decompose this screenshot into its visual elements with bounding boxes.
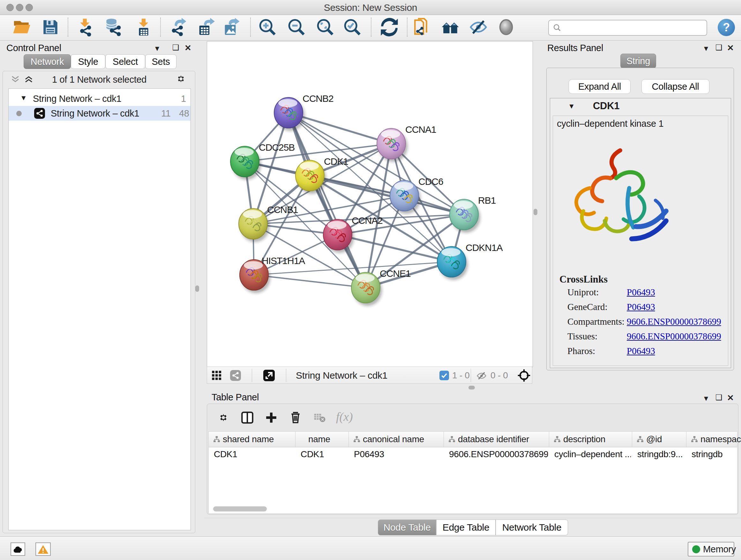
detach-view-icon[interactable]	[263, 370, 275, 381]
horizontal-scrollbar-thumb[interactable]	[213, 506, 267, 511]
expand-all-button[interactable]: Expand All	[569, 79, 630, 94]
tab-sets[interactable]: Sets	[145, 54, 177, 69]
network-node-CCNE1[interactable]: CCNE1	[351, 268, 411, 306]
toolbar-separator	[160, 17, 161, 37]
network-node-CCNB2[interactable]: CCNB2	[274, 93, 333, 131]
network-collection-row[interactable]: ▼ String Network – cdk1 1	[9, 91, 191, 106]
collapse-all-button[interactable]: Collapse All	[642, 79, 710, 94]
network-node-CCNB1[interactable]: CCNB1	[239, 204, 298, 242]
birdseye-crosshair-icon[interactable]	[517, 369, 531, 382]
crosslink-row: GeneCard:P06493	[553, 300, 729, 315]
import-network-from-file-icon[interactable]	[76, 18, 94, 37]
table-cell[interactable]: stringdb:9...	[637, 447, 685, 462]
table-panel-float-icon[interactable]: ❑	[716, 393, 722, 401]
hide-graphics-eye-icon[interactable]	[469, 18, 488, 37]
bottom-splitter-handle[interactable]	[468, 386, 475, 389]
crosslink-link[interactable]: P06493	[627, 346, 655, 356]
render-detail-icon[interactable]	[497, 18, 515, 37]
zoom-in-icon[interactable]	[258, 18, 277, 37]
control-panel-title: Control Panel	[6, 43, 61, 53]
tab-style[interactable]: Style	[71, 54, 105, 69]
tree-expand-icon[interactable]: ▼	[20, 91, 27, 105]
viewbar-separator	[252, 369, 252, 382]
help-icon[interactable]: ?	[718, 19, 735, 36]
table-cell[interactable]: 9606.ENSP00000378699	[449, 447, 548, 462]
string-network-graph[interactable]: CCNB2CCNA1CDC25BCDK1CDC6RB1CCNB1CCNA2CDK…	[207, 42, 533, 367]
crosslink-link[interactable]: P06493	[627, 302, 655, 312]
show-columns-icon[interactable]	[241, 411, 254, 424]
zoom-selected-icon[interactable]	[343, 18, 361, 37]
network-node-HIST1H1A[interactable]: HIST1H1A	[240, 255, 305, 293]
node-label: HIST1H1A	[262, 255, 305, 266]
left-splitter-handle[interactable]	[195, 286, 199, 292]
right-splitter-handle[interactable]	[534, 209, 537, 215]
results-panel-float-icon[interactable]: ❑	[716, 44, 722, 52]
protein-structure-image	[559, 139, 682, 262]
tab-select[interactable]: Select	[105, 54, 145, 69]
home-panels-icon[interactable]	[441, 18, 460, 37]
network-node-CDKN1A[interactable]: CDKN1A	[437, 242, 503, 280]
tab-edge-table[interactable]: Edge Table	[436, 519, 495, 536]
toolbar-separator	[371, 17, 372, 37]
node-label: CCNB2	[302, 93, 333, 104]
crosslink-link[interactable]: 9606.ENSP00000378699	[627, 331, 721, 341]
memory-button[interactable]: Memory	[688, 542, 734, 557]
table-panel-close-icon[interactable]: ✕	[727, 394, 734, 402]
results-panel-menu-icon[interactable]: ▾	[704, 44, 708, 52]
tab-network-table[interactable]: Network Table	[495, 519, 568, 536]
warnings-button[interactable]	[36, 543, 51, 556]
results-panel-close-icon[interactable]: ✕	[727, 44, 734, 52]
hidden-eye-icon[interactable]	[476, 371, 487, 381]
network-row-selected[interactable]: String Network – cdk1 11 48	[9, 106, 191, 121]
network-node-count: 11	[161, 106, 171, 121]
cloud-button[interactable]	[10, 543, 25, 556]
export-table-icon[interactable]	[196, 18, 215, 37]
node-label: CDKN1A	[466, 242, 503, 253]
selected-count-badge: 1 - 0	[452, 367, 470, 384]
save-session-icon[interactable]	[41, 18, 60, 37]
network-options-gear-icon[interactable]	[175, 73, 187, 84]
grid-view-icon[interactable]	[212, 370, 222, 381]
open-session-icon[interactable]	[12, 18, 31, 37]
node-label: CDK1	[324, 156, 348, 167]
memory-status-icon	[692, 545, 700, 553]
export-image-icon[interactable]	[222, 18, 240, 37]
delete-column-icon[interactable]	[289, 411, 301, 424]
gene-collapse-icon[interactable]: ▼	[568, 102, 575, 111]
import-network-from-database-icon[interactable]	[104, 18, 122, 37]
search-input[interactable]	[548, 20, 707, 36]
control-panel-float-icon[interactable]: ❑	[172, 44, 179, 52]
tab-node-table[interactable]: Node Table	[378, 519, 436, 536]
network-view-share-icon[interactable]	[230, 370, 241, 381]
crosslink-row: Uniprot:P06493	[553, 286, 729, 300]
zoom-out-icon[interactable]	[287, 18, 306, 37]
tab-network[interactable]: Network	[23, 54, 71, 69]
control-panel-menu-icon[interactable]: ▾	[155, 44, 159, 52]
control-panel-close-icon[interactable]: ✕	[185, 44, 192, 52]
selected-checkbox-icon[interactable]	[440, 371, 449, 380]
network-view-canvas[interactable]: CCNB2CCNA1CDC25BCDK1CDC6RB1CCNB1CCNA2CDK…	[207, 41, 533, 367]
crosslink-link[interactable]: 9606.ENSP00000378699	[627, 316, 721, 327]
node-label: CDC25B	[259, 142, 294, 152]
table-gear-icon[interactable]	[217, 412, 229, 424]
network-node-CCNA1[interactable]: CCNA1	[377, 124, 436, 162]
table-cell[interactable]: cyclin–dependent ...	[554, 447, 631, 462]
table-panel-menu-icon[interactable]: ▾	[704, 394, 708, 402]
table-cell[interactable]: CDK1	[214, 447, 294, 462]
refresh-icon[interactable]	[380, 18, 399, 37]
zoom-fit-icon[interactable]	[316, 18, 334, 37]
import-table-from-file-icon[interactable]	[134, 18, 153, 37]
open-file-network-icon[interactable]	[413, 18, 431, 37]
table-cell[interactable]: P06493	[354, 447, 443, 462]
crosslink-link[interactable]: P06493	[627, 287, 655, 298]
crosslinks-list: Uniprot:P06493GeneCard:P06493Compartment…	[553, 286, 729, 359]
network-node-CDK1[interactable]: CDK1	[295, 156, 348, 194]
table-cell[interactable]: stringdb	[691, 447, 740, 462]
network-node-CDC25B[interactable]: CDC25B	[230, 142, 294, 180]
add-column-icon[interactable]	[265, 412, 277, 424]
network-node-RB1[interactable]: RB1	[450, 195, 496, 233]
table-cell[interactable]: CDK1	[300, 447, 347, 462]
export-network-icon[interactable]	[169, 18, 187, 37]
tab-string[interactable]: String	[620, 54, 656, 68]
network-edge[interactable]	[254, 275, 366, 288]
